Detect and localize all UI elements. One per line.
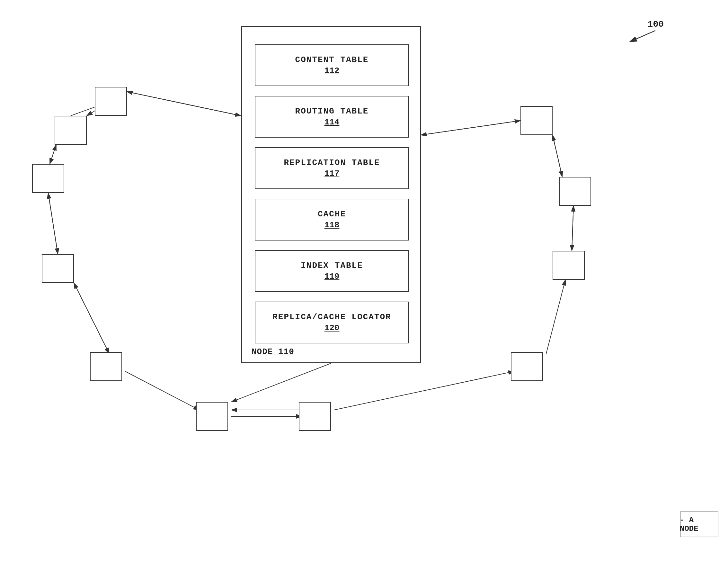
content-table-number: 112: [324, 66, 340, 76]
index-table-box: INDEX TABLE 119: [255, 250, 409, 292]
cache-number: 118: [324, 220, 340, 230]
replication-table-box: REPLICATION TABLE 117: [255, 147, 409, 189]
svg-line-8: [50, 145, 56, 164]
reference-number: 100: [648, 19, 664, 29]
node-bot-mid-2: [299, 402, 331, 431]
node-bot-mid-1: [196, 402, 228, 431]
replica-cache-locator-box: REPLICA/CACHE LOCATOR 120: [255, 302, 409, 344]
node-mid-left-1: [32, 164, 64, 193]
svg-line-19: [572, 206, 573, 251]
node-bot-left-2: [90, 352, 122, 381]
routing-table-number: 114: [324, 117, 340, 127]
central-node-box: CONTENT TABLE 112 ROUTING TABLE 114 REPL…: [241, 26, 421, 363]
replication-table-number: 117: [324, 169, 340, 178]
svg-line-21: [553, 135, 562, 177]
content-table-box: CONTENT TABLE 112: [255, 44, 409, 86]
index-table-number: 119: [324, 272, 340, 282]
node-bot-left-1: [42, 254, 74, 283]
svg-line-11: [74, 283, 109, 354]
svg-line-20: [553, 135, 562, 177]
svg-line-18: [572, 206, 573, 251]
node-right-2: [559, 177, 591, 206]
routing-table-label: ROUTING TABLE: [295, 106, 369, 116]
diagram-container: 100 CONTENT TABLE 112 ROUTING TABLE 114 …: [0, 0, 728, 563]
svg-line-23: [421, 121, 520, 135]
svg-line-9: [48, 193, 58, 254]
node-bot-right-1: [511, 352, 543, 381]
svg-line-17: [546, 280, 565, 354]
svg-line-12: [74, 283, 109, 354]
index-table-label: INDEX TABLE: [301, 261, 363, 270]
node-right-3: [520, 106, 553, 135]
svg-line-16: [334, 371, 514, 410]
svg-line-6: [127, 92, 241, 116]
svg-line-10: [48, 193, 58, 254]
svg-line-13: [125, 371, 199, 410]
node-top-left-2: [55, 116, 87, 145]
replication-table-label: REPLICATION TABLE: [284, 158, 380, 167]
svg-line-24: [231, 363, 331, 402]
cache-label: CACHE: [318, 209, 346, 219]
node-top-left-1: [95, 87, 127, 116]
svg-line-22: [421, 121, 520, 135]
svg-line-5: [127, 92, 241, 116]
cache-box: CACHE 118: [255, 199, 409, 240]
node-label: NODE 110: [252, 347, 294, 357]
legend-label: - A NODE: [680, 516, 698, 533]
svg-line-0: [630, 31, 655, 42]
replica-cache-locator-label: REPLICA/CACHE LOCATOR: [272, 312, 391, 322]
content-table-label: CONTENT TABLE: [295, 55, 369, 65]
replica-cache-locator-number: 120: [324, 323, 340, 333]
node-right-1: [553, 251, 585, 280]
routing-table-box: ROUTING TABLE 114: [255, 96, 409, 138]
svg-line-7: [50, 145, 56, 164]
